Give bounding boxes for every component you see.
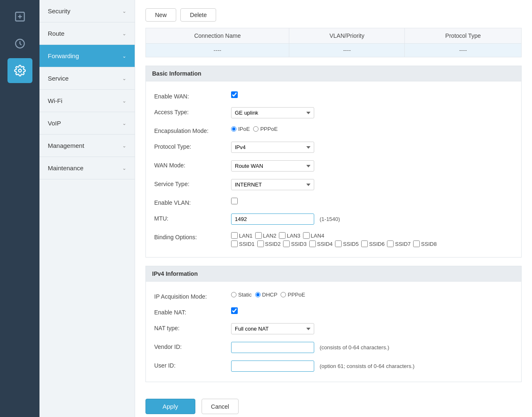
chevron-forwarding: ⌄: [122, 53, 126, 59]
user-id-hint: (option 61; consists of 0-64 characters.…: [320, 363, 414, 369]
static-radio[interactable]: [231, 292, 236, 297]
ipoe-label: IPoE: [238, 126, 250, 132]
lan1-checkbox[interactable]: [231, 232, 238, 239]
nav-item-route[interactable]: Route ⌄: [39, 22, 135, 45]
ssid2-option[interactable]: SSID2: [257, 240, 281, 247]
enable-vlan-label: Enable VLAN:: [154, 198, 231, 206]
new-button[interactable]: New: [145, 8, 176, 22]
wan-mode-control: Route WAN Bridge WAN: [231, 160, 513, 172]
cancel-button[interactable]: Cancel: [202, 399, 239, 414]
vendor-id-hint: (consists of 0-64 characters.): [320, 344, 389, 351]
access-type-label: Access Type:: [154, 107, 231, 115]
ssid3-option[interactable]: SSID3: [283, 240, 307, 247]
enable-wan-checkbox[interactable]: [231, 91, 238, 98]
ssid6-checkbox[interactable]: [361, 240, 368, 247]
mtu-control: (1-1540): [231, 213, 513, 225]
ssid1-option[interactable]: SSID1: [231, 240, 255, 247]
chevron-security: ⌄: [122, 8, 126, 14]
basic-info-form: Enable WAN: Access Type: GE uplink Encap…: [145, 81, 522, 258]
ssid8-option[interactable]: SSID8: [413, 240, 437, 247]
service-type-select[interactable]: INTERNET VOIP IPTV OTHER: [231, 179, 314, 190]
pppoe-ip-radio[interactable]: [281, 292, 286, 297]
nav-item-management[interactable]: Management ⌄: [39, 135, 135, 157]
ssid6-option[interactable]: SSID6: [361, 240, 385, 247]
ssid8-checkbox[interactable]: [413, 240, 420, 247]
nav-item-voip[interactable]: VoIP ⌄: [39, 112, 135, 135]
delete-button[interactable]: Delete: [180, 8, 216, 22]
service-type-row: Service Type: INTERNET VOIP IPTV OTHER: [154, 175, 513, 194]
static-option[interactable]: Static: [231, 292, 252, 298]
protocol-type-row: Protocol Type: IPv4 IPv6 IPv4/IPv6: [154, 138, 513, 157]
user-id-row: User ID: (option 61; consists of 0-64 ch…: [154, 357, 513, 375]
ssid5-checkbox[interactable]: [335, 240, 342, 247]
access-type-select[interactable]: GE uplink: [231, 107, 314, 118]
nat-type-select[interactable]: Full cone NAT Restricted cone NAT Port r…: [231, 323, 314, 334]
nav-label-route: Route: [48, 30, 64, 37]
protocol-type-select[interactable]: IPv4 IPv6 IPv4/IPv6: [231, 142, 314, 153]
ssid2-checkbox[interactable]: [257, 240, 264, 247]
nav-label-forwarding: Forwarding: [48, 52, 79, 59]
ssid5-option[interactable]: SSID5: [335, 240, 359, 247]
lan2-option[interactable]: LAN2: [255, 232, 277, 239]
lan3-option[interactable]: LAN3: [279, 232, 300, 239]
nav-item-service[interactable]: Service ⌄: [39, 67, 135, 90]
sidebar-add-icon[interactable]: [7, 4, 32, 29]
enable-vlan-row: Enable VLAN:: [154, 194, 513, 210]
enable-nat-row: Enable NAT:: [154, 304, 513, 319]
dhcp-radio[interactable]: [255, 292, 261, 297]
nav-item-forwarding[interactable]: Forwarding ⌄: [39, 45, 135, 67]
lan1-option[interactable]: LAN1: [231, 232, 253, 239]
svg-point-4: [18, 69, 21, 72]
footer-buttons: Apply Cancel: [145, 390, 522, 417]
ipoe-radio[interactable]: [231, 126, 236, 132]
ssid7-option[interactable]: SSID7: [387, 240, 411, 247]
wan-mode-row: WAN Mode: Route WAN Bridge WAN: [154, 157, 513, 175]
cell-protocol: ----: [405, 44, 522, 57]
sidebar-clock-icon[interactable]: [7, 31, 32, 56]
chevron-wifi: ⌄: [122, 98, 126, 104]
pppoe-radio[interactable]: [253, 126, 259, 132]
vendor-id-input[interactable]: [231, 342, 314, 353]
protocol-type-control: IPv4 IPv6 IPv4/IPv6: [231, 142, 513, 153]
sidebar-gear-icon[interactable]: [7, 58, 32, 83]
wan-mode-select[interactable]: Route WAN Bridge WAN: [231, 160, 314, 172]
ssid7-checkbox[interactable]: [387, 240, 394, 247]
lan4-option[interactable]: LAN4: [303, 232, 325, 239]
ssid3-checkbox[interactable]: [283, 240, 290, 247]
chevron-service: ⌄: [122, 76, 126, 81]
pppoe-label: PPPoE: [260, 126, 278, 132]
mtu-input[interactable]: [231, 213, 314, 225]
nav-item-wifi[interactable]: Wi-Fi ⌄: [39, 90, 135, 112]
wan-mode-label: WAN Mode:: [154, 160, 231, 169]
lan3-checkbox[interactable]: [279, 232, 286, 239]
chevron-route: ⌄: [122, 31, 126, 37]
dhcp-option[interactable]: DHCP: [255, 292, 278, 298]
lan2-checkbox[interactable]: [255, 232, 262, 239]
user-id-input[interactable]: [231, 361, 314, 372]
user-id-control: (option 61; consists of 0-64 characters.…: [231, 361, 513, 372]
nav-label-security: Security: [48, 7, 70, 15]
ipoe-option[interactable]: IPoE: [231, 126, 250, 132]
col-connection-name: Connection Name: [146, 28, 289, 44]
connection-table: Connection Name VLAN/Priority Protocol T…: [145, 28, 522, 57]
apply-button[interactable]: Apply: [145, 399, 195, 414]
ipv4-info-form: IP Acquisition Mode: Static DHCP PPPoE E…: [145, 281, 522, 382]
nav-label-service: Service: [48, 75, 69, 82]
ssid4-checkbox[interactable]: [309, 240, 316, 247]
table-row[interactable]: ---- ---- ----: [146, 44, 522, 57]
vendor-id-control: (consists of 0-64 characters.): [231, 342, 513, 353]
nav-item-maintenance[interactable]: Maintenance ⌄: [39, 157, 135, 179]
enable-wan-row: Enable WAN:: [154, 88, 513, 103]
ip-acquisition-row: IP Acquisition Mode: Static DHCP PPPoE: [154, 288, 513, 304]
enable-vlan-checkbox[interactable]: [231, 198, 238, 204]
pppoe-option[interactable]: PPPoE: [253, 126, 278, 132]
nav-item-security[interactable]: Security ⌄: [39, 0, 135, 22]
nat-type-row: NAT type: Full cone NAT Restricted cone …: [154, 319, 513, 338]
enable-vlan-control: [231, 198, 513, 204]
ssid4-option[interactable]: SSID4: [309, 240, 333, 247]
access-type-row: Access Type: GE uplink: [154, 103, 513, 122]
enable-nat-checkbox[interactable]: [231, 307, 238, 314]
pppoe-ip-option[interactable]: PPPoE: [281, 292, 305, 298]
lan4-checkbox[interactable]: [303, 232, 310, 239]
ssid1-checkbox[interactable]: [231, 240, 238, 247]
